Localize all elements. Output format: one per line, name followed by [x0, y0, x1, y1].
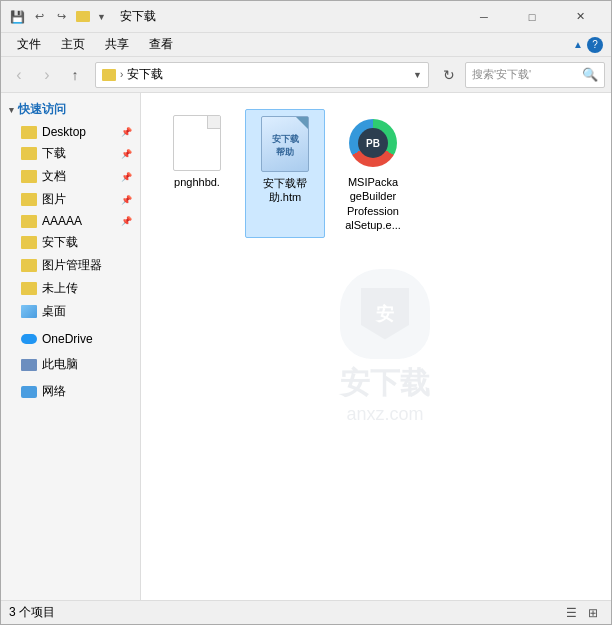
- file-icon-generic: [173, 115, 221, 171]
- pin-icon-pictures: 📌: [121, 195, 132, 205]
- folder-icon-not-uploaded: [21, 282, 37, 295]
- sidebar-label-download: 下载: [42, 145, 66, 162]
- quick-access-redo-icon[interactable]: ↪: [53, 9, 69, 25]
- minimize-button[interactable]: ─: [461, 1, 507, 33]
- search-placeholder-text: 搜索'安下载': [472, 67, 578, 82]
- file-label-msi: MSIPackageBuilderProfessionalSetup.e...: [345, 175, 401, 232]
- folder-icon-pictures: [21, 193, 37, 206]
- sidebar-item-desktop2[interactable]: 桌面: [1, 300, 140, 323]
- watermark-url: anxz.com: [340, 404, 430, 425]
- title-bar: 💾 ↩ ↪ ▼ 安下载 ─ □ ✕: [1, 1, 611, 33]
- sidebar-item-desktop[interactable]: Desktop 📌: [1, 122, 140, 142]
- msi-icon-inner: PB: [358, 128, 388, 158]
- title-bar-dropdown[interactable]: ▼: [97, 12, 106, 22]
- folder-icon-desktop2: [21, 305, 37, 318]
- forward-button[interactable]: ›: [35, 63, 59, 87]
- sidebar-label-desktop2: 桌面: [42, 303, 66, 320]
- address-bar[interactable]: › 安下载 ▼: [95, 62, 429, 88]
- menu-share[interactable]: 共享: [97, 34, 137, 55]
- sidebar-label-onedrive: OneDrive: [42, 332, 93, 346]
- ribbon-collapse[interactable]: ▲ ?: [573, 37, 603, 53]
- file-item-msi[interactable]: PB MSIPackageBuilderProfessionalSetup.e.…: [333, 109, 413, 238]
- menu-view[interactable]: 查看: [141, 34, 181, 55]
- sidebar-label-network: 网络: [42, 383, 66, 400]
- content-area[interactable]: 安 安下载 anxz.com pnghhbd. 安下载帮助: [141, 93, 611, 600]
- quick-access-undo-icon[interactable]: ↩: [31, 9, 47, 25]
- sidebar-item-anzaixi[interactable]: 安下载: [1, 231, 140, 254]
- main-area: ▾ 快速访问 Desktop 📌 下载 📌 文档 📌 图片 📌 AAAAA 📌: [1, 93, 611, 600]
- breadcrumb-folder-name: 安下载: [127, 66, 163, 83]
- sidebar-label-picture-manager: 图片管理器: [42, 257, 102, 274]
- menu-home[interactable]: 主页: [53, 34, 93, 55]
- search-bar[interactable]: 搜索'安下载' 🔍: [465, 62, 605, 88]
- sidebar-label-pc: 此电脑: [42, 356, 78, 373]
- sidebar: ▾ 快速访问 Desktop 📌 下载 📌 文档 📌 图片 📌 AAAAA 📌: [1, 93, 141, 600]
- folder-icon-picture-manager: [21, 259, 37, 272]
- sidebar-label-desktop: Desktop: [42, 125, 86, 139]
- pin-icon-desktop: 📌: [121, 127, 132, 137]
- close-button[interactable]: ✕: [557, 1, 603, 33]
- quick-access-arrow: ▾: [9, 105, 14, 115]
- folder-icon-download: [21, 147, 37, 160]
- watermark-text: 安下载: [340, 363, 430, 404]
- folder-icon-anzaixi: [21, 236, 37, 249]
- pin-icon-documents: 📌: [121, 172, 132, 182]
- sidebar-label-aaaaa: AAAAA: [42, 214, 82, 228]
- status-item-count: 3 个项目: [9, 604, 55, 621]
- files-container: pnghhbd. 安下载帮助 安下载帮助.htm PB MSIPackageBu…: [157, 109, 595, 238]
- sidebar-item-pc[interactable]: 此电脑: [1, 353, 140, 376]
- up-button[interactable]: ↑: [63, 63, 87, 87]
- file-label-htm: 安下载帮助.htm: [263, 176, 307, 205]
- sidebar-item-documents[interactable]: 文档 📌: [1, 165, 140, 188]
- folder-icon-aaaaa: [21, 215, 37, 228]
- file-icon-msi: PB: [349, 115, 397, 171]
- menu-file[interactable]: 文件: [9, 34, 49, 55]
- quick-access-label: 快速访问: [18, 101, 66, 118]
- breadcrumb-folder-icon: [102, 69, 116, 81]
- pin-icon-aaaaa: 📌: [121, 216, 132, 226]
- quick-access-header[interactable]: ▾ 快速访问: [1, 97, 140, 122]
- pc-icon: [21, 359, 37, 371]
- breadcrumb-dropdown-arrow[interactable]: ▼: [413, 70, 422, 80]
- sidebar-label-documents: 文档: [42, 168, 66, 185]
- sidebar-item-aaaaa[interactable]: AAAAA 📌: [1, 211, 140, 231]
- search-icon[interactable]: 🔍: [582, 67, 598, 82]
- sidebar-item-network[interactable]: 网络: [1, 380, 140, 403]
- back-button[interactable]: ‹: [7, 63, 31, 87]
- network-icon: [21, 386, 37, 398]
- sidebar-label-not-uploaded: 未上传: [42, 280, 78, 297]
- sidebar-item-pictures[interactable]: 图片 📌: [1, 188, 140, 211]
- toolbar: ‹ › ↑ › 安下载 ▼ ↻ 搜索'安下载' 🔍: [1, 57, 611, 93]
- sidebar-item-onedrive[interactable]: OneDrive: [1, 329, 140, 349]
- status-bar: 3 个项目 ☰ ⊞: [1, 600, 611, 624]
- title-bar-left: 💾 ↩ ↪ ▼ 安下载: [9, 8, 156, 25]
- view-icons-button[interactable]: ⊞: [583, 603, 603, 623]
- file-icon-htm: 安下载帮助: [261, 116, 309, 172]
- view-details-button[interactable]: ☰: [561, 603, 581, 623]
- folder-icon-documents: [21, 170, 37, 183]
- pin-icon-download: 📌: [121, 149, 132, 159]
- folder-icon-desktop: [21, 126, 37, 139]
- sidebar-item-not-uploaded[interactable]: 未上传: [1, 277, 140, 300]
- maximize-button[interactable]: □: [509, 1, 555, 33]
- window-controls: ─ □ ✕: [461, 1, 603, 33]
- sidebar-label-pictures: 图片: [42, 191, 66, 208]
- breadcrumb-arrow: ›: [120, 69, 123, 80]
- file-label-pnghhbd: pnghhbd.: [174, 175, 220, 189]
- sidebar-item-download[interactable]: 下载 📌: [1, 142, 140, 165]
- quick-access-folder-icon: [75, 9, 91, 25]
- sidebar-item-picture-manager[interactable]: 图片管理器: [1, 254, 140, 277]
- file-item-htm[interactable]: 安下载帮助 安下载帮助.htm: [245, 109, 325, 238]
- sidebar-label-anzaixi: 安下载: [42, 234, 78, 251]
- onedrive-icon: [21, 334, 37, 344]
- watermark: 安 安下载 anxz.com: [340, 269, 430, 425]
- menu-bar: 文件 主页 共享 查看 ▲ ?: [1, 33, 611, 57]
- quick-access-save-icon[interactable]: 💾: [9, 9, 25, 25]
- view-controls: ☰ ⊞: [561, 603, 603, 623]
- file-item-pnghhbd[interactable]: pnghhbd.: [157, 109, 237, 238]
- title-text: 安下载: [120, 8, 156, 25]
- refresh-button[interactable]: ↻: [437, 63, 461, 87]
